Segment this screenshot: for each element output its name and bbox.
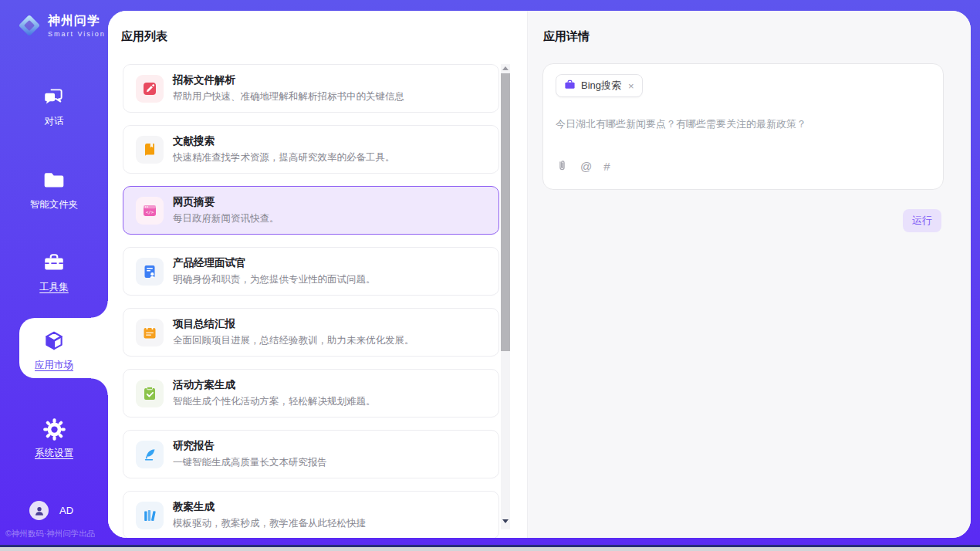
sidebar-item-label: 应用市场	[35, 359, 73, 372]
logo-title: 神州问学	[48, 13, 106, 29]
app-list-panel: 应用列表 招标文件解析帮助用户快速、准确地理解和解析招标书中的关键信息 文献搜索…	[108, 11, 527, 538]
app-card-texts: 活动方案生成智能生成个性化活动方案，轻松解决规划难题。	[173, 378, 376, 408]
interviewer-icon	[136, 258, 164, 286]
app-card-description: 明确身份和职责，为您提供专业性的面试问题。	[173, 273, 376, 286]
gear-icon	[42, 417, 67, 441]
sidebar-item-smart-folder[interactable]: 智能文件夹	[0, 168, 108, 211]
app-card-title: 教案生成	[173, 500, 366, 514]
books-icon	[136, 502, 164, 529]
diamond-logo-icon	[15, 12, 43, 39]
bump-top-curve	[91, 301, 108, 318]
app-card-tender-parse[interactable]: 招标文件解析帮助用户快速、准确地理解和解析招标书中的关键信息	[123, 64, 499, 113]
at-icon[interactable]: @	[580, 161, 592, 172]
app-card-web-summary[interactable]: </>网页摘要每日政府新闻资讯快查。	[123, 186, 499, 235]
scrollbar[interactable]	[501, 64, 510, 529]
app-card-title: 招标文件解析	[173, 73, 404, 87]
logo-subtitle: Smart Vision	[48, 30, 106, 38]
copyright-text: ©神州数码·神州问学出品	[5, 529, 107, 539]
app-card-title: 文献搜索	[173, 134, 395, 148]
app-card-texts: 教案生成模板驱动，教案秒成，教学准备从此轻松快捷	[173, 500, 366, 530]
app-logo: 神州问学 Smart Vision	[15, 12, 106, 39]
app-card-description: 一键智能生成高质量长文本研究报告	[173, 456, 327, 469]
app-card-title: 网页摘要	[173, 195, 279, 209]
svg-text:</>: </>	[146, 209, 154, 214]
tender-doc-icon	[136, 75, 164, 103]
person-icon	[29, 501, 49, 520]
app-card-description: 智能生成个性化活动方案，轻松解决规划难题。	[173, 395, 376, 408]
user-name: AD	[59, 505, 73, 516]
app-card-lesson-plan[interactable]: 教案生成模板驱动，教案秒成，教学准备从此轻松快捷	[123, 491, 499, 538]
app-card-description: 帮助用户快速、准确地理解和解析招标书中的关键信息	[173, 90, 404, 103]
briefcase-tag-icon	[564, 79, 576, 93]
sidebar-item-toolset[interactable]: 工具集	[0, 251, 108, 294]
app-card-description: 全面回顾项目进展，总结经验教训，助力未来优化发展。	[173, 334, 414, 347]
scrollbar-up-arrow-icon[interactable]	[502, 66, 509, 70]
app-card-title: 研究报告	[173, 439, 327, 453]
app-card-title: 产品经理面试官	[173, 256, 376, 270]
run-button[interactable]: 运行	[903, 209, 941, 232]
logo-text: 神州问学 Smart Vision	[48, 13, 106, 38]
app-card-list: 招标文件解析帮助用户快速、准确地理解和解析招标书中的关键信息 文献搜索快速精准查…	[123, 64, 499, 538]
folder-icon	[42, 168, 66, 193]
sidebar-item-label: 智能文件夹	[30, 198, 79, 211]
composer-card[interactable]: Bing搜索 × 今日湖北有哪些新闻要点？有哪些需要关注的最新政策？ @ #	[542, 63, 944, 190]
sidebar-item-label: 对话	[45, 115, 64, 128]
app-card-texts: 项目总结汇报全面回顾项目进展，总结经验教训，助力未来优化发展。	[173, 317, 414, 347]
query-text[interactable]: 今日湖北有哪些新闻要点？有哪些需要关注的最新政策？	[556, 117, 931, 131]
app-card-texts: 文献搜索快速精准查找学术资源，提高研究效率的必备工具。	[173, 134, 395, 164]
tool-tag-label: Bing搜索	[581, 79, 621, 93]
window-bottom-edge	[0, 547, 980, 551]
main-content: 应用列表 招标文件解析帮助用户快速、准确地理解和解析招标书中的关键信息 文献搜索…	[108, 11, 971, 538]
app-detail-title: 应用详情	[543, 29, 590, 44]
sidebar: 神州问学 Smart Vision 对话 智能文件夹 工具集 应用市场	[0, 0, 108, 551]
sidebar-item-label: 工具集	[39, 281, 69, 294]
quill-icon	[136, 441, 164, 468]
app-card-texts: 招标文件解析帮助用户快速、准确地理解和解析招标书中的关键信息	[173, 73, 404, 103]
webpage-icon: </>	[136, 197, 164, 225]
app-card-title: 活动方案生成	[173, 378, 376, 392]
app-card-project-summary[interactable]: 项目总结汇报全面回顾项目进展，总结经验教训，助力未来优化发展。	[123, 308, 499, 357]
calendar-icon	[136, 319, 164, 346]
app-card-texts: 网页摘要每日政府新闻资讯快查。	[173, 195, 279, 225]
app-card-description: 每日政府新闻资讯快查。	[173, 212, 279, 225]
scrollbar-down-arrow-icon[interactable]	[502, 519, 509, 523]
app-list-title: 应用列表	[121, 29, 167, 44]
cube-icon	[42, 329, 66, 353]
hash-icon[interactable]: #	[603, 161, 610, 172]
app-card-event-plan[interactable]: 活动方案生成智能生成个性化活动方案，轻松解决规划难题。	[123, 369, 499, 417]
app-card-texts: 产品经理面试官明确身份和职责，为您提供专业性的面试问题。	[173, 256, 376, 286]
app-card-description: 模板驱动，教案秒成，教学准备从此轻松快捷	[173, 517, 366, 530]
app-card-pm-interviewer[interactable]: 产品经理面试官明确身份和职责，为您提供专业性的面试问题。	[123, 247, 499, 296]
briefcase-icon	[42, 251, 66, 276]
sidebar-item-label: 系统设置	[35, 447, 73, 460]
composer-toolbar: @ #	[556, 159, 610, 174]
app-card-texts: 研究报告一键智能生成高质量长文本研究报告	[173, 439, 327, 469]
user-profile[interactable]: AD	[29, 501, 73, 520]
close-icon[interactable]: ×	[628, 80, 634, 92]
paperclip-icon[interactable]	[556, 159, 569, 174]
scrollbar-thumb[interactable]	[501, 73, 510, 351]
app-card-title: 项目总结汇报	[173, 317, 414, 331]
sidebar-item-app-market[interactable]: 应用市场	[0, 329, 108, 372]
sidebar-item-settings[interactable]: 系统设置	[0, 417, 108, 460]
clipboard-check-icon	[136, 380, 164, 407]
tool-tag-bing-search[interactable]: Bing搜索 ×	[556, 74, 643, 97]
app-detail-panel: 应用详情 Bing搜索 × 今日湖北有哪些新闻要点？有哪些需要关注的最新政策？	[527, 11, 971, 538]
app-card-literature-search[interactable]: 文献搜索快速精准查找学术资源，提高研究效率的必备工具。	[123, 125, 499, 174]
app-window: 神州问学 Smart Vision 对话 智能文件夹 工具集 应用市场	[0, 0, 980, 551]
bump-bottom-curve	[91, 378, 108, 395]
app-card-description: 快速精准查找学术资源，提高研究效率的必备工具。	[173, 151, 395, 164]
chat-icon	[42, 85, 66, 110]
sidebar-item-chat[interactable]: 对话	[0, 85, 108, 128]
app-card-research-report[interactable]: 研究报告一键智能生成高质量长文本研究报告	[123, 430, 499, 478]
book-icon	[136, 136, 164, 164]
